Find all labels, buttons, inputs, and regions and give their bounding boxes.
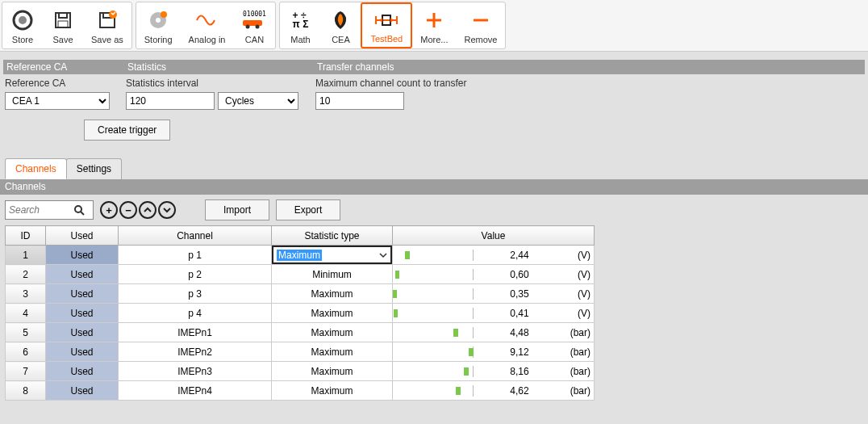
svg-point-9 (156, 18, 161, 23)
table-row[interactable]: 8UsedIMEPn4Maximum4,62(bar) (6, 381, 595, 401)
cell-id[interactable]: 4 (6, 304, 46, 323)
import-button[interactable]: Import (205, 199, 269, 220)
cell-channel[interactable]: p 2 (119, 265, 272, 284)
col-id-header[interactable]: ID (6, 226, 46, 246)
cell-value: 0,35(V) (393, 284, 595, 304)
table-row[interactable]: 5UsedIMEPn1Maximum4,48(bar) (6, 323, 595, 342)
storing-button[interactable]: Storing (136, 2, 181, 48)
refca-label: Reference CA (5, 78, 124, 89)
cell-value: 4,48(bar) (393, 323, 595, 342)
table-row[interactable]: 6UsedIMEPn2Maximum9,12(bar) (6, 342, 595, 362)
cell-statistic[interactable]: Maximum (272, 381, 393, 401)
cell-channel[interactable]: p 4 (119, 304, 272, 323)
storing-label: Storing (144, 35, 173, 44)
chevron-down-icon (379, 252, 387, 258)
cell-used[interactable]: Used (46, 246, 119, 265)
cea-button[interactable]: CEA (320, 2, 361, 48)
cell-id[interactable]: 8 (6, 381, 46, 401)
analogin-button[interactable]: Analog in (181, 2, 234, 48)
col-value-header[interactable]: Value (393, 226, 595, 246)
cell-value: 4,62(bar) (393, 381, 595, 401)
transfer-count-input[interactable] (315, 92, 404, 110)
export-button[interactable]: Export (276, 199, 340, 220)
cell-statistic[interactable]: Maximum (272, 246, 393, 265)
cell-id[interactable]: 5 (6, 323, 46, 342)
plus-icon (424, 7, 444, 33)
store-icon (12, 7, 33, 33)
tab-channels[interactable]: Channels (5, 158, 67, 179)
grid-toolbar: + − Import Export (0, 195, 868, 225)
cea-label: CEA (332, 35, 350, 44)
svg-point-10 (161, 11, 167, 18)
cell-channel[interactable]: p 1 (119, 246, 272, 265)
col-used-header[interactable]: Used (46, 226, 119, 246)
tab-bar: Channels Settings (0, 158, 868, 179)
save-button[interactable]: Save (43, 2, 83, 48)
cell-statistic[interactable]: Minimum (272, 265, 393, 284)
cell-id[interactable]: 3 (6, 284, 46, 304)
svg-marker-18 (379, 18, 382, 23)
cell-channel[interactable]: p 3 (119, 284, 272, 304)
remove-row-button[interactable]: − (119, 201, 137, 219)
save-label: Save (52, 35, 73, 44)
cell-used[interactable]: Used (46, 284, 119, 304)
cell-channel[interactable]: IMEPn4 (119, 381, 272, 401)
table-row[interactable]: 4Usedp 4Maximum0,41(V) (6, 304, 595, 323)
table-row[interactable]: 7UsedIMEPn3Maximum8,16(bar) (6, 362, 595, 381)
cell-statistic[interactable]: Maximum (272, 362, 393, 381)
cell-statistic[interactable]: Maximum (272, 323, 393, 342)
stats-header: Statistics (124, 61, 314, 73)
col-stat-header[interactable]: Statistic type (272, 226, 393, 246)
cell-used[interactable]: Used (46, 265, 119, 284)
col-channel-header[interactable]: Channel (119, 226, 272, 246)
cell-statistic[interactable]: Maximum (272, 342, 393, 362)
move-up-button[interactable] (139, 201, 156, 219)
table-row[interactable]: 2Usedp 2Minimum0,60(V) (6, 265, 595, 284)
add-row-button[interactable]: + (100, 201, 118, 219)
svg-point-1 (19, 16, 27, 24)
remove-button[interactable]: Remove (456, 2, 505, 48)
store-label: Store (12, 35, 33, 44)
transfer-label: Maximum channel count to transfer (315, 78, 466, 89)
create-trigger-button[interactable]: Create trigger (84, 120, 170, 141)
tab-settings[interactable]: Settings (66, 158, 122, 179)
search-box[interactable] (5, 200, 94, 220)
store-button[interactable]: Store (2, 2, 43, 48)
cell-channel[interactable]: IMEPn1 (119, 323, 272, 342)
can-button[interactable]: 010001 CAN (233, 2, 275, 48)
cell-id[interactable]: 6 (6, 342, 46, 362)
saveas-button[interactable]: Save as (83, 2, 131, 48)
more-button[interactable]: More... (412, 2, 456, 48)
cell-channel[interactable]: IMEPn3 (119, 362, 272, 381)
cell-used[interactable]: Used (46, 362, 119, 381)
cell-channel[interactable]: IMEPn2 (119, 342, 272, 362)
cell-id[interactable]: 7 (6, 362, 46, 381)
can-icon: 010001 (241, 7, 267, 33)
config-section: Reference CA Statistics Transfer channel… (0, 52, 868, 144)
math-button[interactable]: + ÷π Σ Math (280, 2, 320, 48)
move-down-button[interactable] (158, 201, 176, 219)
refca-select[interactable]: CEA 1 (5, 92, 110, 110)
testbed-button[interactable]: TestBed (361, 2, 412, 48)
math-icon: + ÷π Σ (293, 7, 309, 33)
minus-icon (471, 7, 490, 33)
stats-unit-select[interactable]: Cycles (218, 92, 298, 110)
stats-interval-input[interactable] (126, 92, 215, 110)
stats-interval-label: Statistics interval (126, 78, 314, 89)
testbed-icon (373, 7, 400, 32)
cell-used[interactable]: Used (46, 323, 119, 342)
search-input[interactable] (9, 204, 73, 216)
cell-id[interactable]: 2 (6, 265, 46, 284)
table-row[interactable]: 1Usedp 1Maximum2,44(V) (6, 246, 595, 265)
table-row[interactable]: 3Usedp 3Maximum0,35(V) (6, 284, 595, 304)
cell-used[interactable]: Used (46, 381, 119, 401)
cell-used[interactable]: Used (46, 304, 119, 323)
cell-statistic[interactable]: Maximum (272, 304, 393, 323)
cell-statistic[interactable]: Maximum (272, 284, 393, 304)
more-label: More... (420, 35, 448, 44)
svg-rect-4 (58, 21, 68, 27)
cell-used[interactable]: Used (46, 342, 119, 362)
can-label: CAN (245, 35, 264, 44)
main-toolbar: Store Save Save as Storing Analog in (0, 0, 868, 52)
cell-id[interactable]: 1 (6, 246, 46, 265)
